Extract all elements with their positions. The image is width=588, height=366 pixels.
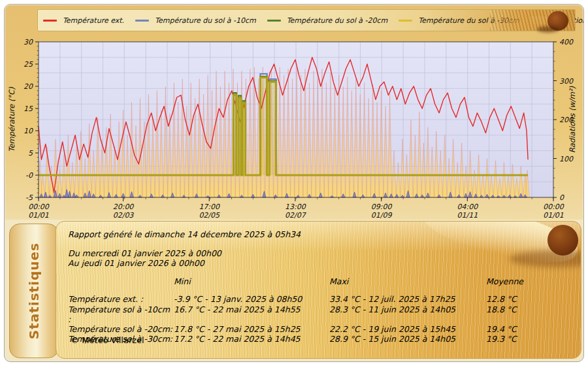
svg-text:02/07: 02/07	[285, 211, 307, 220]
statistics-tab: Statistiques	[9, 224, 59, 358]
report-period-to: Au jeudi 01 janvier 2026 à 00h00	[68, 258, 204, 268]
legend-label: Température du sol à -20cm	[287, 16, 388, 25]
mini-value: 17.8 °C - 27 mai 2025 à 15h25	[174, 324, 329, 334]
svg-text:30: 30	[24, 38, 33, 46]
legend-item-temperature-ext: Température ext.	[43, 16, 124, 25]
report-generated-line: Rapport généré le dimanche 14 décembre 2…	[68, 229, 301, 239]
svg-text:01/01: 01/01	[543, 211, 564, 220]
column-header-maxi: Maxi	[329, 276, 486, 286]
maxi-value: 28.9 °C - 15 juin 2025 à 14h05	[329, 334, 486, 344]
statistics-tab-label: Statistiques	[26, 242, 42, 339]
svg-text:20: 20	[24, 82, 33, 91]
report-page: Température ext. Température du sol à -1…	[0, 0, 588, 366]
svg-text:20:00: 20:00	[113, 203, 135, 211]
svg-text:5: 5	[28, 149, 33, 158]
moyenne-value: 18.8 °C	[486, 305, 574, 325]
row-label: Température sol à -20cm:	[68, 324, 174, 334]
mini-value: -3.9 °C - 13 janv. 2025 à 08h50	[174, 294, 329, 304]
chart-legend: Température ext. Température du sol à -1…	[37, 9, 576, 31]
soil-window-fill	[260, 77, 267, 175]
mini-value: 16.7 °C - 22 mai 2025 à 14h55	[174, 305, 329, 325]
maxi-value: 33.4 °C - 12 juil. 2025 à 17h25	[329, 294, 486, 304]
svg-text:00:00: 00:00	[543, 203, 564, 211]
legend-item-soil-20cm: Température du sol à -20cm	[267, 16, 388, 25]
svg-text:300: 300	[559, 77, 574, 86]
svg-text:13:00: 13:00	[285, 203, 306, 211]
svg-text:400: 400	[559, 38, 574, 46]
statistics-table: Mini Maxi Moyenne Température ext. : -3.…	[68, 276, 574, 344]
svg-text:01/01: 01/01	[28, 211, 49, 220]
svg-text:-5: -5	[25, 193, 33, 202]
y-right-axis-title: Radiations (w/m²)	[568, 86, 577, 153]
temperature-ext-line-swatch	[43, 20, 57, 22]
svg-text:17:00: 17:00	[199, 203, 220, 211]
report-period-from: Du mercredi 01 janvier 2025 à 00h00	[68, 248, 221, 258]
weather-chart: 30252015105-0-5400300200100000:0001/0120…	[5, 38, 583, 220]
soil-10cm-line-swatch	[135, 20, 149, 22]
column-header-moyenne: Moyenne	[486, 276, 574, 286]
svg-text:-0: -0	[25, 171, 33, 180]
svg-text:100: 100	[559, 155, 574, 163]
soil-20cm-line-swatch	[267, 20, 281, 22]
svg-text:09:00: 09:00	[371, 203, 393, 211]
soil-window-fill	[269, 82, 276, 175]
svg-text:02/05: 02/05	[199, 211, 220, 220]
svg-text:01/11: 01/11	[457, 211, 478, 220]
soil-30cm-line-swatch	[399, 20, 412, 22]
table-corner	[68, 276, 174, 286]
maxi-value: 28.3 °C - 11 juin 2025 à 14h05	[329, 305, 486, 325]
maxi-value: 22.2 °C - 19 juin 2025 à 15h45	[329, 324, 486, 334]
hay-bale-icon	[547, 225, 578, 256]
copyright-notice: © Météo Villarzel	[71, 335, 144, 345]
statistics-panel: Rapport généré le dimanche 14 décembre 2…	[56, 221, 581, 359]
row-label: Température ext. :	[68, 294, 174, 304]
svg-text:25: 25	[24, 60, 33, 69]
moyenne-value: 12.8 °C	[486, 294, 574, 304]
legend-item-soil-10cm: Température du sol à -10cm	[135, 16, 256, 25]
moyenne-value: 19.3 °C	[486, 334, 574, 344]
legend-label: Température ext.	[63, 16, 124, 25]
svg-text:15: 15	[24, 105, 33, 113]
chart-panel: Température ext. Température du sol à -1…	[5, 5, 583, 220]
column-header-mini: Mini	[174, 276, 329, 286]
moyenne-value: 19.4 °C	[486, 324, 574, 334]
hay-bale-icon	[547, 11, 568, 31]
report-frame: Température ext. Température du sol à -1…	[4, 4, 584, 362]
mini-value: 17.2 °C - 22 mai 2025 à 14h45	[174, 334, 329, 344]
legend-label: Température du sol à -10cm	[155, 16, 256, 25]
row-label: Température sol à -10cm :	[68, 305, 174, 325]
svg-text:00:00: 00:00	[28, 203, 50, 211]
svg-text:0: 0	[559, 193, 564, 202]
svg-text:04:00: 04:00	[457, 203, 478, 211]
svg-text:01/09: 01/09	[371, 211, 393, 220]
y-left-axis-title: Température (°C)	[7, 87, 16, 152]
svg-text:02/03: 02/03	[113, 211, 135, 220]
svg-text:10: 10	[24, 127, 33, 135]
